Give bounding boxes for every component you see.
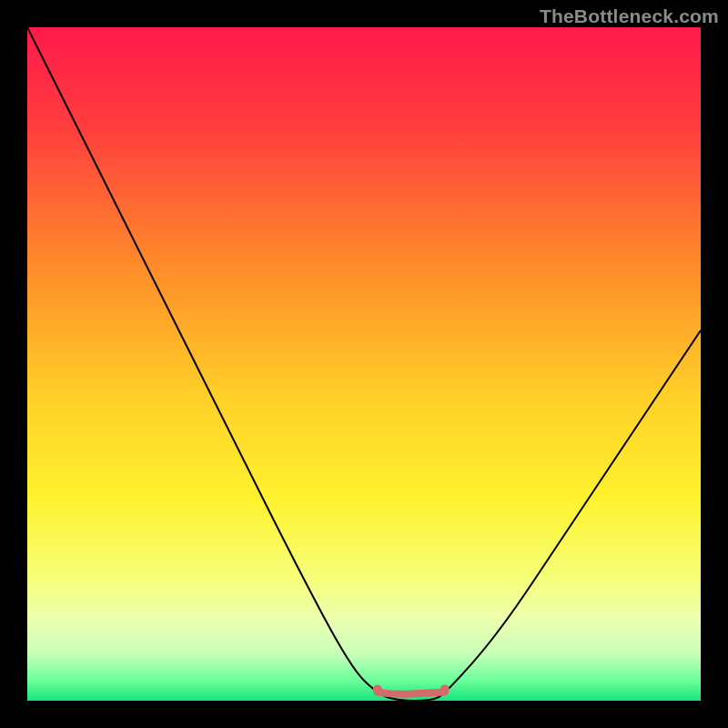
bottleneck-chart xyxy=(27,27,701,701)
svg-point-1 xyxy=(440,685,450,694)
plot-area xyxy=(27,27,701,701)
svg-point-0 xyxy=(373,685,382,694)
gradient-background xyxy=(27,27,701,701)
watermark-text: TheBottleneck.com xyxy=(540,5,719,27)
chart-frame: TheBottleneck.com xyxy=(0,0,728,728)
